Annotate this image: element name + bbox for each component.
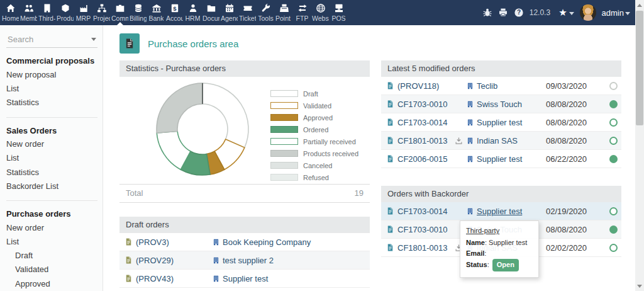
menu-documents[interactable]: Documents: [202, 0, 220, 25]
navbar-right: ? 12.0.3 ★ admin: [482, 0, 630, 25]
order-ref-link[interactable]: (PROV3): [136, 237, 169, 247]
sidebar-item-list[interactable]: List: [6, 81, 97, 95]
draft-orders-panel: Draft orders (PROV3)Book Keeping Company…: [119, 217, 370, 288]
order-ref-link[interactable]: (PROV43): [136, 274, 174, 283]
sidebar-section: Commercial proposalsNew proposalListStat…: [6, 48, 97, 110]
file-icon: [386, 243, 394, 252]
search-input[interactable]: [6, 34, 90, 45]
legend-label: Approved: [303, 114, 333, 122]
order-row: CF2006-0015Supplier test06/22/2020: [381, 150, 621, 168]
sidebar-item-new-order[interactable]: New order: [6, 137, 97, 151]
sidebar-item-statistics[interactable]: Statistics: [6, 95, 97, 109]
user-tie-icon: [188, 3, 198, 13]
menu-third-parties[interactable]: Third-parties: [38, 0, 56, 25]
menu-members[interactable]: Members: [19, 0, 38, 25]
draft-order-row: (PROV43)Supplier test: [119, 270, 370, 288]
chevron-down-icon[interactable]: [91, 38, 96, 41]
order-date: 08/08/2020: [546, 136, 604, 146]
order-ref-link[interactable]: (PROV29): [136, 256, 174, 265]
status-open-icon: [609, 137, 618, 145]
menu-commercial[interactable]: Commercial: [111, 0, 129, 25]
company-link[interactable]: Supplier test: [477, 118, 522, 127]
members-icon: [24, 3, 34, 13]
order-ref-link[interactable]: CF1703-0010: [397, 100, 448, 109]
sidebar-item-new-proposal[interactable]: New proposal: [6, 67, 97, 81]
order-ref-link[interactable]: (PROV118): [397, 81, 439, 91]
menu-bank[interactable]: Bank: [147, 0, 165, 25]
menu-website[interactable]: Website: [311, 0, 330, 25]
sidebar-item-approved[interactable]: Approved: [6, 277, 97, 290]
company-link[interactable]: Teclib: [477, 81, 497, 91]
sidebar-item-backorder-list[interactable]: Backorder List: [6, 179, 97, 193]
bank-icon: [152, 3, 162, 13]
transfer-icon: [297, 3, 308, 13]
menu-agenda[interactable]: Agenda: [220, 0, 238, 25]
stats-panel-header: Statistics - Purchase orders: [119, 60, 370, 77]
menu-label: Projects: [93, 14, 110, 23]
sidebar-item-list[interactable]: List: [6, 151, 97, 165]
menu-tools[interactable]: Tools: [257, 0, 275, 25]
menu-label: Website: [312, 14, 329, 23]
order-ref-link[interactable]: CF1801-0013: [397, 243, 448, 253]
scroll-up-arrow[interactable]: [635, 1, 644, 9]
menu-pos[interactable]: POS: [330, 0, 348, 25]
sidebar-item-list[interactable]: List: [6, 235, 97, 249]
status-draft-icon: [609, 82, 618, 90]
sidebar-item-validated[interactable]: Validated: [6, 263, 97, 277]
menu-hrm[interactable]: HRM: [184, 0, 202, 25]
company-link[interactable]: Supplier test: [477, 154, 522, 164]
menu-ftp[interactable]: FTP: [293, 0, 311, 25]
globe-icon: [316, 3, 326, 13]
menu-ticket[interactable]: Ticket: [238, 0, 257, 25]
company-link[interactable]: Supplier test: [223, 274, 268, 283]
menu-billing[interactable]: Billing: [129, 0, 147, 25]
company-link[interactable]: Indian SAS: [477, 136, 518, 146]
menu-label: POS: [331, 14, 345, 23]
company-link[interactable]: Swiss Touch: [477, 100, 522, 109]
company-link[interactable]: Book Keeping Company: [223, 237, 311, 247]
company-link[interactable]: test supplier 2: [223, 256, 274, 265]
menu-label: Home: [2, 14, 19, 23]
avatar[interactable]: [580, 4, 596, 21]
menu-label: Documents: [203, 14, 219, 23]
order-ref-link[interactable]: CF1801-0013: [397, 136, 448, 146]
menu-home[interactable]: Home: [1, 0, 19, 25]
order-date: 08/08/2020: [546, 100, 604, 109]
sidebar-item-statistics[interactable]: Statistics: [6, 165, 97, 179]
chevron-down-icon: [569, 12, 574, 15]
star-icon: ★: [558, 7, 567, 18]
menu-accountancy[interactable]: $Accountancy: [165, 0, 184, 25]
order-ref-link[interactable]: CF1703-0014: [397, 207, 448, 216]
menu-label: Commercial: [111, 14, 128, 23]
calculator-icon: $: [170, 3, 180, 13]
building-icon: [467, 207, 474, 215]
donut-segment-draft: [203, 83, 248, 147]
order-ref-link[interactable]: CF2006-0015: [397, 154, 448, 164]
menu-label: Third-parties: [38, 14, 55, 23]
menu-mrp[interactable]: MRP: [74, 0, 92, 25]
scrollbar-thumb[interactable]: [636, 11, 643, 125]
menu-label: Agenda: [221, 14, 238, 23]
order-date: 02/02/2020: [546, 243, 604, 253]
top-navbar: HomeMembersThird-partiesProductsMRPProje…: [0, 0, 644, 25]
order-ref-link[interactable]: CF1703-0010: [397, 225, 448, 234]
scroll-down-arrow[interactable]: [635, 282, 644, 290]
user-menu[interactable]: admin: [602, 8, 630, 18]
menu-point-of-sale[interactable]: Point of Sale: [275, 0, 293, 25]
order-ref-link[interactable]: CF1703-0014: [397, 118, 448, 127]
draft-orders-header: Draft orders: [119, 217, 370, 233]
sidebar-item-draft[interactable]: Draft: [6, 249, 97, 263]
sidebar-section: Purchase ordersNew orderListDraftValidat…: [6, 200, 97, 291]
bookmarks-menu[interactable]: ★: [558, 7, 574, 18]
legend-swatch: [270, 150, 298, 157]
menu-projects[interactable]: Projects: [92, 0, 111, 25]
menu-products[interactable]: Products: [56, 0, 74, 25]
page-scrollbar[interactable]: [635, 0, 644, 291]
backorders-panel: Orders with Backorder CF1703-0014Supplie…: [381, 186, 621, 257]
company-link[interactable]: Supplier test: [477, 207, 522, 216]
sidebar-item-new-order[interactable]: New order: [6, 220, 97, 234]
ticket-icon: [243, 3, 253, 13]
file-icon: [125, 256, 133, 265]
file-icon: [386, 225, 394, 234]
third-party-tooltip: Third-party Name: Supplier test Email: S…: [460, 220, 539, 278]
